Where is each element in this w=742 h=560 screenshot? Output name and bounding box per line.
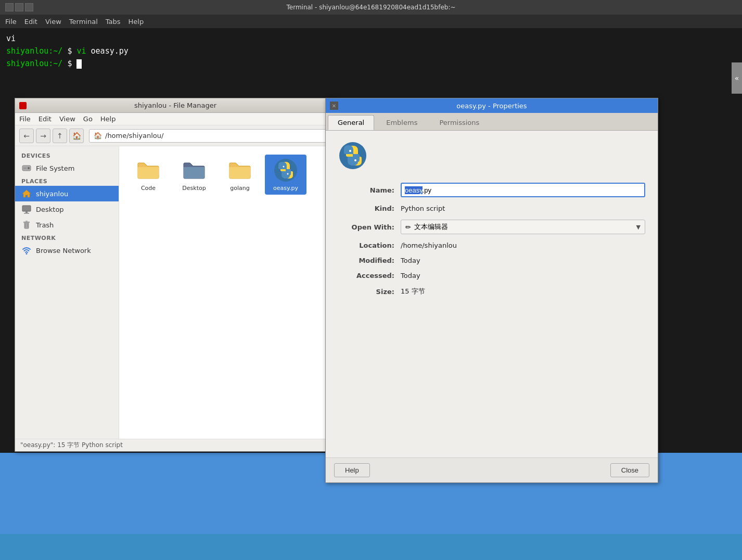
fm-status-text: "oeasy.py": 15 字节 Python script [20, 441, 123, 450]
fm-up-button[interactable]: ↑ [53, 129, 67, 143]
fm-title: shiyanlou - File Manager [134, 101, 216, 109]
props-title: oeasy.py - Properties [456, 102, 527, 110]
fm-file-oeasy[interactable]: oeasy.py [265, 155, 306, 195]
side-panel-collapse-button[interactable]: « [732, 62, 742, 94]
fm-menu-go[interactable]: Go [83, 115, 93, 123]
tab-permissions[interactable]: Permissions [429, 115, 489, 130]
props-name-label: Name: [338, 186, 401, 194]
props-row-open-with: Open With: ✏️ 文本编辑器 ▼ [338, 220, 645, 234]
fm-sidebar-desktop[interactable]: Desktop [15, 201, 119, 217]
props-close-footer-button[interactable]: Close [610, 463, 649, 477]
fm-menu-help[interactable]: Help [100, 115, 116, 123]
svg-rect-5 [25, 211, 28, 213]
props-tabs: General Emblems Permissions [326, 113, 658, 131]
terminal-menu-edit[interactable]: Edit [24, 18, 37, 26]
fm-address-home-icon: 🏠 [94, 132, 102, 139]
props-kind-value: Python script [401, 205, 645, 212]
terminal-minimize-btn[interactable] [15, 3, 23, 11]
props-open-with-app: ✏️ 文本编辑器 [405, 222, 448, 232]
props-file-icon [338, 141, 367, 170]
trash-icon [21, 220, 32, 230]
fm-menu-file[interactable]: File [19, 115, 31, 123]
props-open-with-label: Open With: [338, 223, 401, 231]
fm-sidebar: DEVICES File System PLACES shiyanlou Des… [15, 146, 119, 439]
terminal-prompt-1: shiyanlou:~/ [6, 46, 62, 56]
terminal-menu-help[interactable]: Help [129, 18, 144, 26]
terminal-vi-text: vi [6, 34, 16, 43]
svg-rect-8 [23, 222, 30, 223]
terminal-menu-view[interactable]: View [45, 18, 61, 26]
fm-sidebar-trash[interactable]: Trash [15, 217, 119, 233]
fm-home-button[interactable]: 🏠 [69, 129, 84, 143]
fm-sidebar-network-label: Browse Network [36, 247, 91, 254]
svg-rect-9 [25, 221, 28, 222]
props-size-label: Size: [338, 288, 401, 296]
fm-file-golang[interactable]: golang [219, 155, 261, 195]
properties-window: ✕ oeasy.py - Properties General Emblems … [325, 98, 658, 483]
fm-menu-view[interactable]: View [59, 115, 75, 123]
hdd-icon [21, 163, 32, 173]
props-row-size: Size: 15 字节 [338, 287, 645, 296]
terminal-menu-terminal[interactable]: Terminal [69, 18, 98, 26]
terminal-line-2: shiyanlou:~/ $ vi oeasy.py [6, 45, 736, 57]
folder-dark-icon [182, 158, 207, 183]
tab-emblems[interactable]: Emblems [376, 115, 427, 130]
props-row-accessed: Accessed: Today [338, 272, 645, 279]
terminal-line-3: shiyanlou:~/ $ [6, 57, 736, 70]
svg-rect-6 [24, 213, 29, 214]
terminal-line-1: vi [6, 32, 736, 45]
fm-file-code[interactable]: Code [127, 155, 169, 195]
tab-general[interactable]: General [328, 115, 374, 130]
svg-rect-7 [24, 223, 29, 228]
fm-sidebar-shiyanlou[interactable]: shiyanlou [15, 186, 119, 201]
chevron-down-icon: ▼ [636, 224, 641, 231]
collapse-icon: « [735, 74, 739, 82]
fm-file-desktop[interactable]: Desktop [173, 155, 215, 195]
fm-back-button[interactable]: ← [19, 129, 34, 143]
svg-point-14 [283, 166, 285, 168]
fm-forward-button[interactable]: → [36, 129, 50, 143]
desktop-taskbar [0, 534, 742, 560]
terminal-menu-tabs[interactable]: Tabs [106, 18, 121, 26]
fm-places-label: PLACES [15, 176, 119, 186]
terminal-prompt-2: shiyanlou:~/ [6, 59, 62, 68]
fm-close-button[interactable] [19, 102, 27, 109]
fm-content: Code Desktop [119, 146, 336, 439]
fm-menubar: File Edit View Go Help [15, 113, 336, 125]
terminal-window-icon [5, 3, 14, 11]
props-open-with-dropdown[interactable]: ✏️ 文本编辑器 ▼ [401, 220, 645, 234]
terminal-command-1: vi [76, 46, 86, 56]
props-titlebar: ✕ oeasy.py - Properties [326, 98, 658, 113]
text-editor-icon: ✏️ [405, 223, 411, 231]
svg-point-17 [349, 150, 351, 152]
props-row-name: Name: [338, 183, 645, 197]
svg-marker-3 [22, 190, 31, 197]
props-close-button[interactable]: ✕ [330, 101, 338, 110]
props-modified-value: Today [401, 257, 645, 264]
fm-sidebar-filesystem[interactable]: File System [15, 160, 119, 176]
fm-file-code-label: Code [141, 185, 156, 192]
fm-sidebar-filesystem-label: File System [36, 164, 74, 172]
fm-statusbar: "oeasy.py": 15 字节 Python script [15, 439, 336, 451]
terminal-dollar-1: $ [67, 46, 76, 56]
props-header [338, 141, 645, 170]
fm-sidebar-trash-label: Trash [36, 221, 54, 229]
props-name-input[interactable] [401, 183, 645, 197]
props-accessed-label: Accessed: [338, 272, 401, 279]
terminal-cursor [76, 59, 82, 69]
desktop-icon [21, 204, 32, 214]
fm-sidebar-browse-network[interactable]: Browse Network [15, 243, 119, 258]
svg-point-15 [287, 173, 289, 175]
fm-menu-edit[interactable]: Edit [39, 115, 52, 123]
props-body: Name: Kind: Python script Open With: ✏️ … [326, 131, 658, 457]
svg-point-18 [354, 159, 356, 161]
terminal-maximize-btn[interactable] [25, 3, 33, 11]
props-location-value: /home/shiyanlou [401, 241, 645, 249]
svg-point-12 [26, 253, 28, 254]
fm-body: DEVICES File System PLACES shiyanlou Des… [15, 146, 336, 439]
terminal-content[interactable]: vi shiyanlou:~/ $ vi oeasy.py shiyanlou:… [0, 28, 742, 74]
terminal-menu-file[interactable]: File [5, 18, 17, 26]
fm-address-bar[interactable]: 🏠 /home/shiyanlou/ [89, 129, 331, 143]
props-help-button[interactable]: Help [334, 463, 370, 477]
props-location-label: Location: [338, 241, 401, 249]
